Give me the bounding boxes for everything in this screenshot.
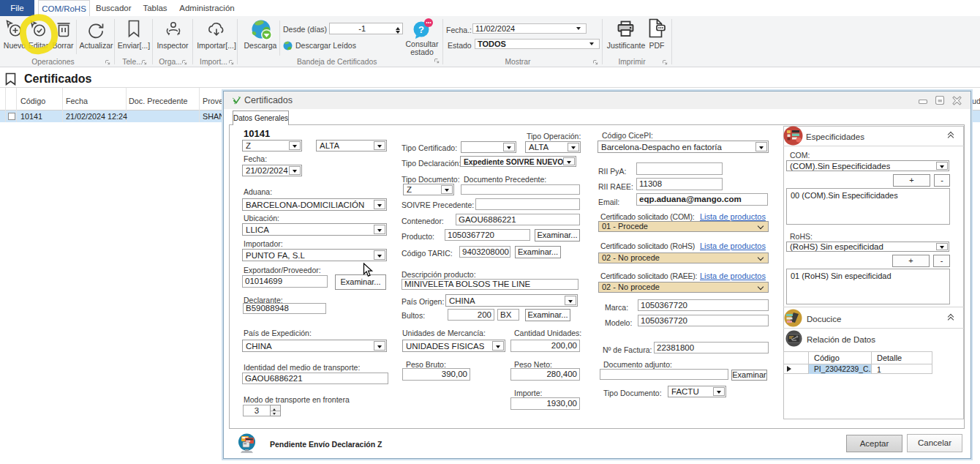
svg-text:?: ? [418,24,424,35]
